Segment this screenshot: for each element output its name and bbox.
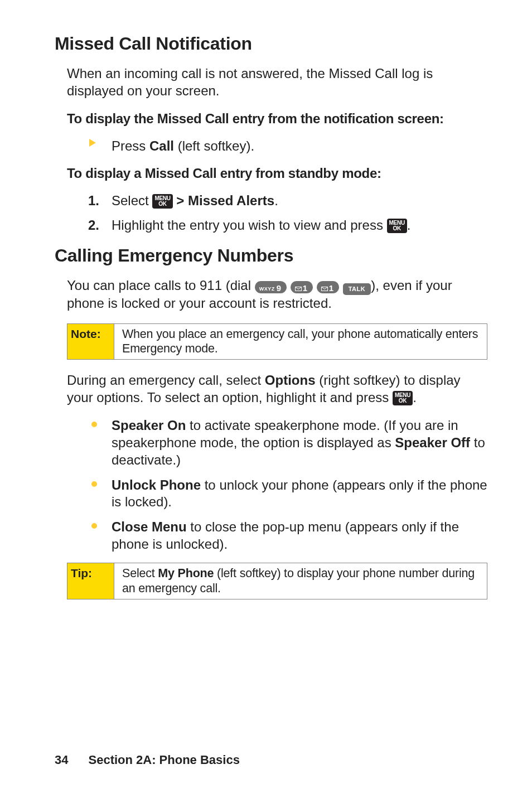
step-text: Press: [112, 138, 149, 153]
section-label: Section 2A: Phone Basics: [88, 753, 239, 767]
talk-key-icon: TALK: [343, 283, 371, 295]
page-number: 34: [55, 753, 68, 767]
option-close-menu: Close Menu to close the pop-up menu (app…: [88, 519, 487, 553]
page-footer: 34Section 2A: Phone Basics: [55, 752, 240, 768]
bullet-icon: [91, 481, 97, 487]
step-number: 2.: [88, 217, 99, 234]
sub-instruction-1: To display the Missed Call entry from th…: [55, 110, 487, 128]
intro-paragraph: When an incoming call is not answered, t…: [55, 65, 487, 99]
text: Select: [122, 567, 158, 580]
text: During an emergency call, select: [67, 373, 265, 388]
step-text: Select: [112, 193, 152, 208]
option-title: Speaker On: [112, 418, 186, 433]
step-press-call: Press Call (left softkey).: [88, 138, 487, 155]
bullet-icon: [91, 523, 97, 529]
tip-label: Tip:: [67, 563, 114, 598]
options-paragraph: During an emergency call, select Options…: [55, 372, 487, 406]
options-softkey-label: Options: [265, 373, 316, 388]
heading-emergency: Calling Emergency Numbers: [55, 244, 487, 267]
my-phone-label: My Phone: [158, 567, 214, 580]
option-unlock-phone: Unlock Phone to unlock your phone (appea…: [88, 477, 487, 511]
sub-instruction-2: To display a Missed Call entry from stan…: [55, 165, 487, 182]
tip-body: Select My Phone (left softkey) to displa…: [114, 563, 487, 598]
key-1-icon: 1: [317, 281, 339, 293]
tip-callout: Tip: Select My Phone (left softkey) to d…: [67, 563, 487, 599]
note-callout: Note: When you place an emergency call, …: [67, 323, 487, 360]
menu-ok-key-icon: MENUOK: [387, 219, 407, 233]
call-softkey-label: Call: [149, 138, 174, 153]
step-2: 2. Highlight the entry you wish to view …: [88, 217, 487, 234]
key-9-icon: WXYZ9: [255, 281, 287, 293]
option-title-2: Speaker Off: [395, 435, 470, 450]
option-title: Close Menu: [112, 519, 187, 534]
envelope-icon: [321, 287, 328, 291]
step-1: 1. Select MENUOK > Missed Alerts.: [88, 192, 487, 210]
step-number: 1.: [88, 192, 99, 210]
note-body: When you place an emergency call, your p…: [114, 324, 487, 359]
step-text: Highlight the entry you wish to view and…: [112, 217, 387, 233]
note-label: Note:: [67, 324, 114, 359]
triangle-bullet-icon: [89, 139, 96, 147]
heading-missed-call: Missed Call Notification: [55, 32, 487, 55]
step-text-tail: (left softkey).: [174, 138, 254, 153]
envelope-icon: [295, 287, 302, 291]
key-1-icon: 1: [291, 281, 313, 293]
option-title: Unlock Phone: [112, 477, 201, 492]
step-text-tail: .: [407, 217, 411, 233]
step-text-tail: .: [274, 193, 278, 208]
menu-ok-key-icon: MENUOK: [393, 391, 413, 405]
missed-alerts-label: > Missed Alerts: [173, 193, 275, 208]
bullet-icon: [91, 422, 97, 427]
emergency-paragraph: You can place calls to 911 (dial WXYZ9 1…: [55, 277, 487, 312]
option-speaker-on: Speaker On to activate speakerphone mode…: [88, 417, 487, 468]
text: You can place calls to 911 (dial: [67, 278, 255, 293]
menu-ok-key-icon: MENUOK: [152, 194, 172, 209]
step-list-notification: Press Call (left softkey).: [55, 138, 487, 155]
options-list: Speaker On to activate speakerphone mode…: [55, 417, 487, 553]
step-list-standby: 1. Select MENUOK > Missed Alerts. 2. Hig…: [55, 192, 487, 234]
text: .: [413, 390, 417, 405]
